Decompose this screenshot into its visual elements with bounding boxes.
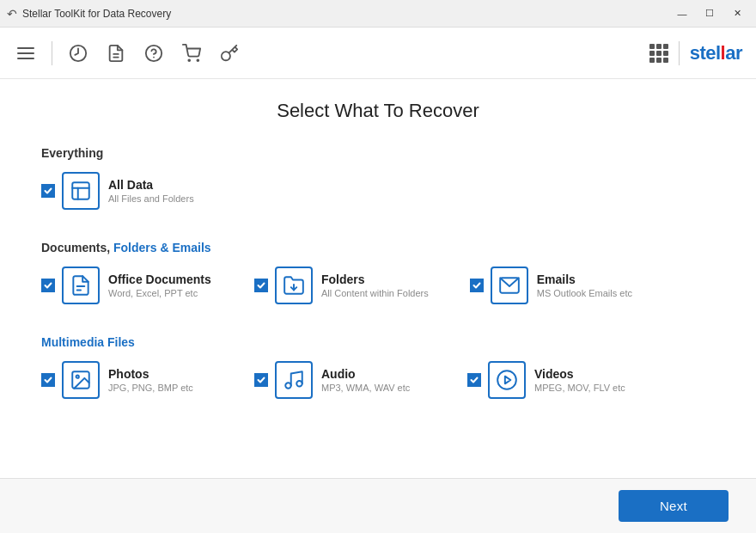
page-title: Select What To Recover bbox=[41, 100, 715, 122]
checkbox-videos[interactable] bbox=[467, 373, 481, 387]
photos-icon bbox=[62, 361, 100, 399]
report-icon[interactable] bbox=[104, 41, 128, 65]
checkbox-audio[interactable] bbox=[254, 373, 268, 387]
checkbox-emails-wrap bbox=[470, 266, 528, 304]
window-controls: — ☐ ✕ bbox=[670, 5, 749, 22]
checkbox-office-documents[interactable] bbox=[41, 279, 55, 292]
emails-text: Emails MS Outlook Emails etc bbox=[537, 273, 632, 298]
checkbox-videos-wrap bbox=[467, 361, 526, 399]
toolbar-right: stellar bbox=[649, 41, 742, 65]
emails-desc: MS Outlook Emails etc bbox=[537, 288, 632, 298]
back-arrow-icon: ↶ bbox=[7, 7, 17, 21]
photos-name: Photos bbox=[108, 367, 193, 381]
stellar-logo: stellar bbox=[690, 42, 742, 64]
section-label-multimedia: Multimedia Files bbox=[41, 335, 715, 349]
svg-point-17 bbox=[497, 371, 516, 389]
office-documents-icon bbox=[62, 266, 100, 304]
svg-point-6 bbox=[197, 59, 198, 61]
all-data-name: All Data bbox=[108, 178, 194, 192]
footer: Next bbox=[0, 478, 756, 533]
checkbox-all-data-wrap bbox=[41, 172, 100, 210]
title-bar: ↶ Stellar ToolKit for Data Recovery — ☐ … bbox=[0, 0, 756, 28]
close-button[interactable]: ✕ bbox=[725, 5, 749, 22]
all-data-text: All Data All Files and Folders bbox=[108, 178, 194, 204]
options-row-multimedia: Photos JPG, PNG, BMP etc bbox=[41, 361, 715, 399]
section-documents: Documents, Folders & Emails bbox=[41, 241, 715, 304]
videos-text: Videos MPEG, MOV, FLV etc bbox=[534, 367, 625, 393]
folders-desc: All Content within Folders bbox=[321, 288, 429, 298]
svg-point-5 bbox=[188, 59, 190, 61]
audio-text: Audio MP3, WMA, WAV etc bbox=[321, 367, 410, 393]
videos-name: Videos bbox=[534, 367, 625, 381]
minimize-button[interactable]: — bbox=[670, 5, 694, 22]
office-documents-name: Office Documents bbox=[108, 273, 211, 286]
folders-name: Folders bbox=[321, 273, 429, 286]
next-button[interactable]: Next bbox=[619, 490, 729, 522]
folders-text: Folders All Content within Folders bbox=[321, 273, 429, 298]
menu-icon[interactable] bbox=[14, 41, 38, 65]
toolbar: stellar bbox=[0, 28, 756, 79]
checkbox-all-data[interactable] bbox=[41, 184, 55, 198]
svg-rect-7 bbox=[72, 182, 89, 199]
key-icon[interactable] bbox=[217, 41, 241, 65]
svg-marker-18 bbox=[505, 377, 511, 384]
section-multimedia: Multimedia Files bbox=[41, 335, 715, 399]
window-title: Stellar ToolKit for Data Recovery bbox=[22, 8, 171, 20]
title-bar-left: ↶ Stellar ToolKit for Data Recovery bbox=[7, 7, 171, 21]
maximize-button[interactable]: ☐ bbox=[698, 5, 722, 22]
svg-point-15 bbox=[285, 383, 291, 389]
options-row-documents: Office Documents Word, Excel, PPT etc bbox=[41, 266, 715, 304]
audio-icon bbox=[275, 361, 313, 399]
all-data-icon bbox=[62, 172, 100, 210]
option-photos: Photos JPG, PNG, BMP etc bbox=[41, 361, 213, 399]
main-content: Select What To Recover Everything bbox=[0, 79, 756, 478]
options-row-everything: All Data All Files and Folders bbox=[41, 172, 715, 210]
option-folders: Folders All Content within Folders bbox=[254, 266, 429, 304]
logo-divider bbox=[679, 41, 680, 65]
audio-name: Audio bbox=[321, 367, 410, 381]
checkbox-folders-wrap bbox=[254, 266, 313, 304]
option-emails: Emails MS Outlook Emails etc bbox=[470, 266, 642, 304]
checkbox-photos[interactable] bbox=[41, 373, 55, 387]
office-documents-desc: Word, Excel, PPT etc bbox=[108, 288, 211, 298]
checkbox-photos-wrap bbox=[41, 361, 100, 399]
option-all-data: All Data All Files and Folders bbox=[41, 172, 213, 210]
all-data-desc: All Files and Folders bbox=[108, 193, 194, 204]
photos-desc: JPG, PNG, BMP etc bbox=[108, 383, 193, 393]
apps-grid-icon[interactable] bbox=[649, 44, 668, 63]
section-label-documents: Documents, Folders & Emails bbox=[41, 241, 715, 254]
office-documents-text: Office Documents Word, Excel, PPT etc bbox=[108, 273, 211, 298]
photos-text: Photos JPG, PNG, BMP etc bbox=[108, 367, 193, 393]
help-icon[interactable] bbox=[142, 41, 166, 65]
checkbox-folders[interactable] bbox=[254, 279, 268, 292]
toolbar-divider bbox=[52, 41, 52, 65]
toolbar-left bbox=[14, 41, 241, 65]
cart-icon[interactable] bbox=[180, 41, 204, 65]
checkbox-docs-wrap bbox=[41, 266, 100, 304]
videos-desc: MPEG, MOV, FLV etc bbox=[534, 383, 625, 393]
section-label-everything: Everything bbox=[41, 146, 715, 160]
folders-icon bbox=[275, 266, 313, 304]
section-everything: Everything bbox=[41, 146, 715, 210]
checkbox-audio-wrap bbox=[254, 361, 313, 399]
emails-name: Emails bbox=[537, 273, 632, 286]
svg-point-14 bbox=[76, 376, 79, 378]
option-office-documents: Office Documents Word, Excel, PPT etc bbox=[41, 266, 213, 304]
option-videos: Videos MPEG, MOV, FLV etc bbox=[467, 361, 639, 399]
checkbox-emails[interactable] bbox=[470, 279, 484, 292]
emails-icon bbox=[491, 266, 528, 304]
history-icon[interactable] bbox=[66, 41, 90, 65]
option-audio: Audio MP3, WMA, WAV etc bbox=[254, 361, 426, 399]
videos-icon bbox=[488, 361, 526, 399]
audio-desc: MP3, WMA, WAV etc bbox=[321, 383, 410, 393]
